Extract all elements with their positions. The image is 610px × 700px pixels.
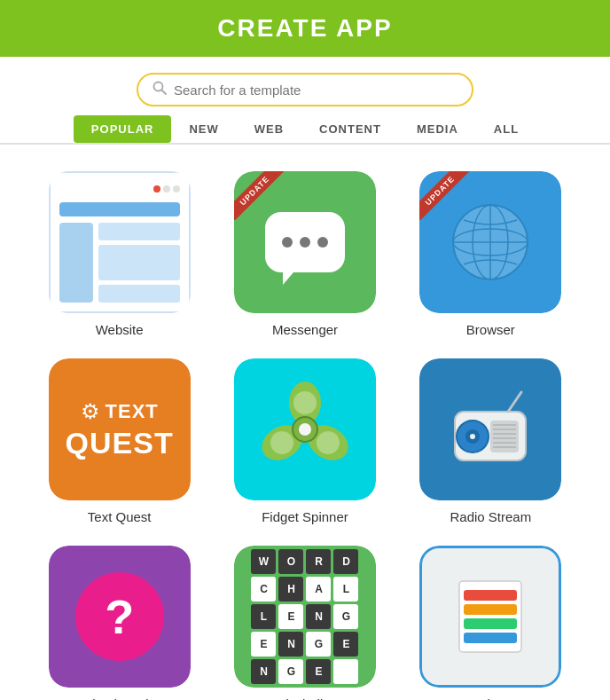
page-title: CREATE APP <box>0 14 610 43</box>
tabs-bar: POPULAR NEW WEB CONTENT MEDIA ALL <box>0 115 610 145</box>
svg-rect-29 <box>464 604 517 615</box>
app-item-browser[interactable]: UPDATE Browser <box>398 171 583 337</box>
app-item-textquest[interactable]: ⚙ TEXT QUEST Text Quest <box>27 358 212 524</box>
tab-web[interactable]: WEB <box>237 115 301 143</box>
svg-point-11 <box>299 423 311 436</box>
app-label-browser: Browser <box>466 322 515 337</box>
app-item-quiz[interactable]: ? Simple Quiz <box>27 546 212 700</box>
word-grid: WORD CHAL LENG ENGE NGE <box>251 549 358 684</box>
svg-rect-31 <box>464 633 517 643</box>
svg-rect-30 <box>464 618 517 629</box>
app-icon-website <box>49 171 191 313</box>
tab-all[interactable]: ALL <box>476 115 536 143</box>
app-icon-messenger: UPDATE <box>234 171 376 313</box>
app-item-scratch[interactable]: Scratch game <box>398 546 583 700</box>
app-item-radio[interactable]: Radio Stream <box>398 358 583 524</box>
app-icon-fidget <box>234 358 376 500</box>
app-label-quiz: Simple Quiz <box>83 696 155 700</box>
tab-content[interactable]: CONTENT <box>301 115 399 143</box>
question-mark-icon: ? <box>105 589 134 644</box>
svg-rect-28 <box>464 590 517 601</box>
svg-line-1 <box>162 90 167 95</box>
app-label-textquest: Text Quest <box>88 509 152 524</box>
tab-media[interactable]: MEDIA <box>399 115 476 143</box>
header: CREATE APP <box>0 0 610 57</box>
app-icon-radio <box>419 358 561 500</box>
search-icon <box>152 81 167 98</box>
svg-point-12 <box>293 391 317 414</box>
app-label-fidget: Fidget Spinner <box>262 509 348 524</box>
gear-icon: ⚙ <box>81 399 100 424</box>
app-label-website: Website <box>96 322 144 337</box>
tab-new[interactable]: NEW <box>171 115 236 143</box>
app-icon-scratch <box>419 546 561 688</box>
search-input[interactable] <box>174 83 458 98</box>
svg-point-26 <box>470 434 475 439</box>
update-ribbon-browser: UPDATE <box>419 171 473 224</box>
app-label-scratch: Scratch game <box>450 696 532 700</box>
app-icon-browser: UPDATE <box>419 171 561 313</box>
app-item-word[interactable]: WORD CHAL LENG ENGE NGE Word Challenge <box>212 546 397 700</box>
app-item-website[interactable]: Website <box>27 171 212 337</box>
app-grid: Website UPDATE Messenger UPDATE <box>0 145 610 700</box>
svg-line-16 <box>508 392 521 412</box>
app-item-fidget[interactable]: Fidget Spinner <box>212 358 397 524</box>
app-icon-textquest: ⚙ TEXT QUEST <box>49 358 191 500</box>
tab-popular[interactable]: POPULAR <box>74 115 172 143</box>
app-icon-quiz: ? <box>49 546 191 688</box>
app-label-radio: Radio Stream <box>450 509 531 524</box>
app-icon-word: WORD CHAL LENG ENGE NGE <box>234 546 376 688</box>
search-bar[interactable] <box>137 73 473 106</box>
app-label-messenger: Messenger <box>272 322 338 337</box>
app-label-word: Word Challenge <box>257 696 352 700</box>
search-bar-container <box>0 57 610 115</box>
app-item-messenger[interactable]: UPDATE Messenger <box>212 171 397 337</box>
update-ribbon-messenger: UPDATE <box>234 171 287 224</box>
